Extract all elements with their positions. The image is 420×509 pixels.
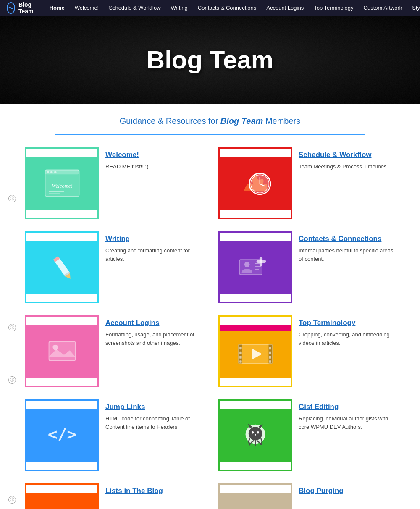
svg-rect-30 xyxy=(239,356,242,359)
svg-point-17 xyxy=(244,262,249,267)
logo-icon xyxy=(7,2,15,14)
nav-artwork[interactable]: Custom Artwork xyxy=(360,3,407,13)
svg-rect-32 xyxy=(269,347,271,349)
card-welcome-desc: READ ME first!! :) xyxy=(105,163,149,171)
card-lists-thumb[interactable] xyxy=(25,483,99,509)
card-schedule-title[interactable]: Schedule & Workflow xyxy=(299,151,387,159)
card-purging: Blog Purging xyxy=(210,483,403,509)
svg-rect-34 xyxy=(269,356,271,359)
card-gist-thumb[interactable] xyxy=(218,399,292,471)
side-circle-3: ⓘ xyxy=(8,376,16,384)
hero-title: Blog Team xyxy=(147,45,273,74)
card-writing-title[interactable]: Writing xyxy=(105,235,202,243)
card-schedule-desc: Team Meetings & Process Timelines xyxy=(299,163,387,171)
card-welcome-text: Welcome! READ ME first!! :) xyxy=(105,147,149,171)
card-account: Account Logins Formatting, usage, and pl… xyxy=(17,315,210,387)
card-jump-text: Jump Links HTML code for connecting Tabl… xyxy=(105,399,202,431)
nav-writing[interactable]: Writing xyxy=(167,3,192,13)
nav-home[interactable]: Home xyxy=(45,3,69,13)
subtitle-suffix: Members xyxy=(263,116,300,126)
svg-point-44 xyxy=(255,434,256,436)
card-contacts-text: Contacts & Connections Internal parties … xyxy=(299,231,395,263)
card-gist-text: Gist Editing Replacing individual author… xyxy=(299,399,395,431)
svg-point-39 xyxy=(248,427,262,440)
card-gist: Gist Editing Replacing individual author… xyxy=(210,399,403,471)
svg-rect-22 xyxy=(256,260,266,263)
side-circle-2: ⓘ xyxy=(8,324,16,331)
side-circle-4: ⓘ xyxy=(8,496,16,504)
nav-links: Home Welcome! Schedule & Workflow Writin… xyxy=(45,3,420,13)
card-contacts-title[interactable]: Contacts & Connections xyxy=(299,235,395,243)
svg-point-24 xyxy=(52,345,58,350)
svg-text:</>: </> xyxy=(47,425,76,443)
svg-point-43 xyxy=(257,431,259,433)
subtitle-static: Guidance & Resources for xyxy=(120,116,220,126)
card-contacts-desc: Internal parties helpful to specific are… xyxy=(299,247,395,263)
grid-row-3: Account Logins Formatting, usage, and pl… xyxy=(17,315,403,387)
svg-point-4 xyxy=(54,171,56,173)
card-welcome: Welcome! Welcome! READ ME first!! :) xyxy=(17,147,210,219)
navbar: Blog Team Home Welcome! Schedule & Workf… xyxy=(0,0,420,16)
card-terminology-text: Top Terminology Cropping, converting, an… xyxy=(299,315,395,347)
card-welcome-thumb[interactable]: Welcome! xyxy=(25,147,99,219)
card-terminology: Top Terminology Cropping, converting, an… xyxy=(210,315,403,387)
card-contacts: Contacts & Connections Internal parties … xyxy=(210,231,403,303)
card-jump-thumb[interactable]: </> xyxy=(25,399,99,471)
card-gist-desc: Replacing individual author gists with c… xyxy=(299,415,395,431)
card-purging-thumb[interactable] xyxy=(218,483,292,509)
card-account-thumb[interactable] xyxy=(25,315,99,387)
card-purging-title[interactable]: Blog Purging xyxy=(299,487,344,495)
svg-rect-23 xyxy=(49,342,75,361)
card-jump-desc: HTML code for connecting Table of Conten… xyxy=(105,415,202,431)
svg-rect-31 xyxy=(239,360,242,362)
svg-rect-28 xyxy=(239,347,242,349)
nav-schedule[interactable]: Schedule & Workflow xyxy=(105,3,165,13)
grid-row-5: Lists in The Blog Blog Purging xyxy=(17,483,403,509)
card-contacts-thumb[interactable] xyxy=(218,231,292,303)
svg-point-42 xyxy=(252,431,254,433)
nav-contacts[interactable]: Contacts & Connections xyxy=(194,3,260,13)
card-grid: Welcome! Welcome! READ ME first!! :) xyxy=(17,147,403,509)
card-jump-title[interactable]: Jump Links xyxy=(105,403,202,411)
card-terminology-desc: Cropping, converting, and embedding vide… xyxy=(299,331,395,347)
grid-row-2: Writing Creating and formatting content … xyxy=(17,231,403,303)
nav-account[interactable]: Account Logins xyxy=(262,3,308,13)
card-writing: Writing Creating and formatting content … xyxy=(17,231,210,303)
grid-row-4: </> Jump Links HTML code for connecting … xyxy=(17,399,403,471)
svg-rect-35 xyxy=(269,360,271,362)
svg-text:Welcome!: Welcome! xyxy=(52,183,72,189)
card-purging-text: Blog Purging xyxy=(299,483,344,499)
card-schedule-thumb[interactable] xyxy=(218,147,292,219)
card-writing-desc: Creating and formatting content for arti… xyxy=(105,247,202,263)
card-welcome-title[interactable]: Welcome! xyxy=(105,151,149,159)
svg-rect-29 xyxy=(239,352,242,354)
nav-style[interactable]: Style Manual xyxy=(408,3,420,13)
card-account-desc: Formatting, usage, and placement of scre… xyxy=(105,331,202,347)
main-content: Guidance & Resources for Blog Team Membe… xyxy=(0,104,420,509)
card-schedule: Schedule & Workflow Team Meetings & Proc… xyxy=(210,147,403,219)
subtitle: Guidance & Resources for Blog Team Membe… xyxy=(17,116,403,126)
card-jump: </> Jump Links HTML code for connecting … xyxy=(17,399,210,471)
subtitle-italic: Blog Team xyxy=(220,116,263,126)
logo-text: Blog Team xyxy=(18,1,37,15)
svg-rect-1 xyxy=(45,170,79,175)
card-lists-title[interactable]: Lists in The Blog xyxy=(105,487,163,495)
card-schedule-text: Schedule & Workflow Team Meetings & Proc… xyxy=(299,147,387,171)
card-terminology-thumb[interactable] xyxy=(218,315,292,387)
card-writing-text: Writing Creating and formatting content … xyxy=(105,231,202,263)
card-terminology-title[interactable]: Top Terminology xyxy=(299,319,395,327)
grid-row-1: Welcome! Welcome! READ ME first!! :) xyxy=(17,147,403,219)
nav-terminology[interactable]: Top Terminology xyxy=(310,3,357,13)
card-writing-thumb[interactable] xyxy=(25,231,99,303)
svg-point-2 xyxy=(47,171,49,173)
card-lists-text: Lists in The Blog xyxy=(105,483,163,499)
nav-logo[interactable]: Blog Team xyxy=(7,1,37,15)
subtitle-divider xyxy=(55,134,365,135)
card-gist-title[interactable]: Gist Editing xyxy=(299,403,395,411)
nav-welcome[interactable]: Welcome! xyxy=(71,3,103,13)
svg-rect-33 xyxy=(269,352,271,354)
hero-banner: Blog Team xyxy=(0,16,420,104)
side-circle-1: ⓘ xyxy=(8,195,16,202)
card-lists: Lists in The Blog xyxy=(17,483,210,509)
card-account-title[interactable]: Account Logins xyxy=(105,319,202,327)
